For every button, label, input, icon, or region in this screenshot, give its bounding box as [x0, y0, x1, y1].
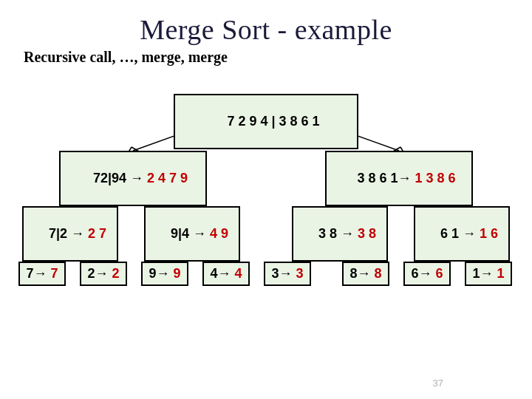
arrow-icon: →: [279, 266, 296, 281]
arrow-icon: →: [398, 171, 415, 185]
subtitle: Recursive call, …, merge, merge: [24, 49, 532, 66]
node-input: 7 2 9 4 | 3 8 6 1: [227, 114, 319, 129]
node-root: 7 2 9 4 | 3 8 6 1: [174, 94, 358, 149]
node-output: 1 3 8 6: [415, 171, 456, 185]
node-output: 3 8: [358, 226, 376, 241]
arrow-icon: →: [95, 266, 112, 281]
node-output: 7: [51, 266, 58, 281]
node-leaf-8: 8→ 8: [342, 262, 389, 286]
node-input: 7|2: [49, 226, 67, 241]
node-leaf-4: 4→ 4: [202, 262, 250, 286]
node-leaf-9: 9→ 9: [141, 262, 188, 286]
node-input: 9|4: [171, 226, 189, 241]
arrow-icon: →: [67, 226, 88, 241]
node-input: 6: [411, 266, 418, 281]
node-input: 1: [472, 266, 480, 281]
node-input: 7: [26, 266, 33, 281]
node-input: 3 8: [318, 226, 337, 241]
page-title: Merge Sort - example: [0, 13, 532, 46]
node-input: 8: [349, 266, 357, 281]
node-output: 1 6: [480, 226, 498, 241]
arrow-icon: →: [337, 226, 358, 241]
node-output: 8: [375, 266, 382, 281]
arrow-icon: →: [126, 171, 147, 185]
diagram-canvas: 7 2 9 4 | 3 8 6 1 72|94 → 2 4 7 9 3 8 6 …: [0, 73, 532, 383]
node-rl: 3 8 → 3 8: [292, 206, 388, 262]
node-lr: 9|4 → 4 9: [144, 206, 240, 262]
node-leaf-7: 7→ 7: [18, 262, 66, 286]
node-output: 6: [436, 266, 443, 281]
node-right: 3 8 6 1→ 1 3 8 6: [325, 151, 473, 206]
node-output: 2 4 7 9: [147, 171, 188, 185]
arrow-icon: →: [357, 266, 374, 281]
page-number: 37: [433, 378, 443, 389]
arrow-icon: →: [217, 266, 234, 281]
node-output: 4 9: [210, 226, 228, 241]
node-output: 4: [235, 266, 242, 281]
node-input: 6 1: [440, 226, 459, 241]
node-leaf-2: 2→ 2: [80, 262, 127, 286]
node-input: 72|94: [93, 171, 126, 185]
node-input: 9: [149, 266, 156, 281]
node-input: 2: [87, 266, 95, 281]
node-output: 2: [112, 266, 120, 281]
arrow-icon: →: [189, 226, 210, 241]
node-output: 1: [497, 266, 505, 281]
arrow-icon: →: [33, 266, 50, 281]
node-input: 4: [210, 266, 217, 281]
node-rr: 6 1 → 1 6: [414, 206, 510, 262]
arrow-icon: →: [156, 266, 173, 281]
node-output: 2 7: [88, 226, 106, 241]
node-output: 3: [296, 266, 304, 281]
node-leaf-3: 3→ 3: [264, 262, 311, 286]
node-input: 3 8 6 1: [357, 171, 398, 185]
node-leaf-6: 6→ 6: [403, 262, 451, 286]
node-left: 72|94 → 2 4 7 9: [59, 151, 207, 206]
arrow-icon: →: [418, 266, 435, 281]
node-input: 3: [271, 266, 279, 281]
node-leaf-1: 1→ 1: [465, 262, 512, 286]
node-output: 9: [174, 266, 181, 281]
arrow-icon: →: [480, 266, 497, 281]
arrow-icon: →: [459, 226, 480, 241]
node-ll: 7|2 → 2 7: [22, 206, 118, 262]
